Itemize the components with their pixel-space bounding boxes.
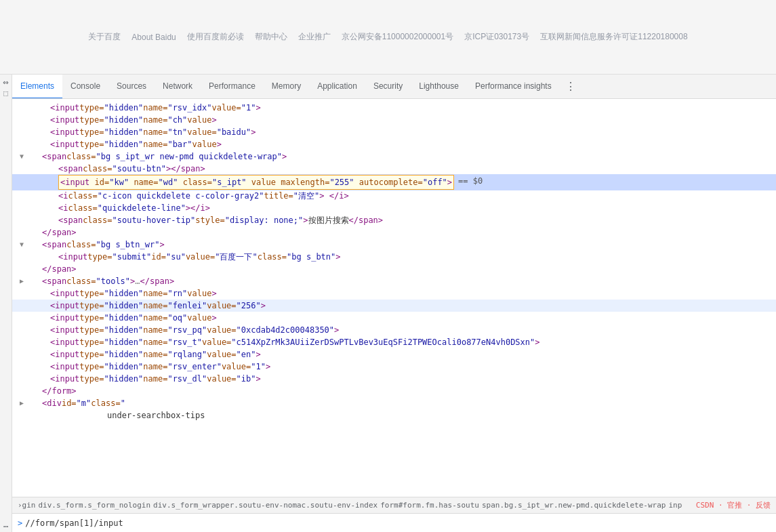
collapse-arrow-icon[interactable] [18,397,26,409]
code-line: <div id="m" class=" [12,397,776,409]
breadcrumb-item[interactable]: div.s_form.s_form_nologin [39,501,151,510]
code-line: <span class="soutu-btn"></span> [12,163,776,175]
code-line: <input type="hidden" name="oq" value> [12,312,776,324]
tab-lighthouse[interactable]: Lighthouse [411,75,467,99]
devtools-toggle-btn[interactable]: ⇔ [1,77,11,87]
breadcrumb-trail: ›gin div.s_form.s_form_nologin div.s_for… [18,501,696,510]
console-prompt-icon: > [18,518,22,528]
expand-arrow-icon[interactable] [18,239,26,251]
tab-console[interactable]: Console [62,75,108,99]
code-line: <input type="hidden" name="fenlei" value… [12,300,776,312]
footer-link-news-license: 互联网新闻信息服务许可证11220180008 [540,31,687,43]
devtools-tab-bar: Elements Console Sources Network Perform… [0,75,776,99]
code-line: <input type="hidden" name="ch" value> [12,114,776,126]
tab-security[interactable]: Security [365,75,411,99]
code-line: <input type="hidden" name="rqlang" value… [12,348,776,361]
devtools-breadcrumb-bar: ›gin div.s_form.s_form_nologin div.s_for… [12,497,776,513]
footer-link-about-baidu[interactable]: 关于百度 [88,31,121,43]
code-line: <input type="hidden" name="rsv_idx" valu… [12,102,776,114]
footer-link-icp: 京ICP证030173号 [464,31,529,43]
tab-more-button[interactable]: ⋮ [560,75,581,99]
code-line: <input type="hidden" name="bar" value> [12,138,776,150]
code-line: <input type="hidden" name="rsv_enter" va… [12,361,776,373]
tab-elements[interactable]: Elements [12,75,62,99]
collapse-arrow-icon[interactable] [18,275,26,287]
code-line: <i class="quickdelete-line"></i> [12,202,776,214]
tab-application[interactable]: Application [309,75,365,99]
devtools-main-content: <input type="hidden" name="rsv_idx" valu… [12,99,776,497]
breadcrumb-item[interactable]: div.s_form_wrapper.soutu-env-nomac.soutu… [153,501,377,510]
code-line: </span> [12,226,776,239]
footer-link-help[interactable]: 帮助中心 [255,31,287,43]
tab-memory[interactable]: Memory [264,75,309,99]
code-line: <span class="tools"> … </span> [12,275,776,287]
breadcrumb-item[interactable]: ›gin [18,501,36,510]
code-line: <input type="hidden" name="tn" value="ba… [12,126,776,138]
footer-link-about-baidu-en[interactable]: About Baidu [131,33,176,42]
baidu-page-footer: 关于百度 About Baidu 使用百度前必读 帮助中心 企业推广 京公网安备… [0,0,776,75]
code-line: under-searchbox-tips [12,409,776,422]
expand-arrow-icon[interactable] [18,150,26,163]
csdn-branding: CSDN · 官推 · 反馈 [696,500,771,510]
tab-sources[interactable]: Sources [108,75,155,99]
breadcrumb-item[interactable]: span.bg.s_ipt_wr.new-pmd.quickdelete-wra… [482,501,666,510]
code-line: <span class="bg s_ipt_wr new-pmd quickde… [12,150,776,163]
tab-performance[interactable]: Performance [201,75,264,99]
devtools-console-input-bar: > [12,513,776,532]
code-line: </span> [12,263,776,275]
footer-link-gongan: 京公网安备11000002000001号 [342,31,453,43]
devtools-status-right: CSDN · 官推 · 反馈 [696,500,771,510]
devtools-panel: ⇔ ⬚ … Elements Console Sources Network P… [0,75,776,532]
footer-link-enterprise[interactable]: 企业推广 [298,31,331,43]
devtools-overflow-btn[interactable]: … [1,520,11,529]
elements-code-view[interactable]: <input type="hidden" name="rsv_idx" valu… [12,99,776,497]
footer-link-terms[interactable]: 使用百度前必读 [187,31,244,43]
code-line: <input type="hidden" name="rsv_dl" value… [12,373,776,385]
code-line: <i class="c-icon quickdelete c-color-gra… [12,190,776,202]
breadcrumb-item-last[interactable]: inp [668,501,682,510]
tab-network[interactable]: Network [155,75,201,99]
code-line: <input type="hidden" name="rn" value> [12,287,776,300]
code-line: <span class="soutu-hover-tip" style="dis… [12,214,776,226]
code-line: </form> [12,385,776,397]
code-line-selected[interactable]: <input id="kw" name="wd" class="s_ipt" v… [12,175,776,190]
console-input-field[interactable] [25,518,771,528]
code-line: <input type="hidden" name="rsv_t" value=… [12,336,776,348]
code-line: <input type="submit" id="su" value="百度一下… [12,251,776,263]
code-line: <span class="bg s_btn_wr"> [12,239,776,251]
code-line: <input type="hidden" name="rsv_pq" value… [12,324,776,336]
breadcrumb-item[interactable]: form#form.fm.has-soutu [380,501,479,510]
devtools-inspect-btn[interactable]: ⬚ [1,88,11,98]
tab-performance-insights[interactable]: Performance insights [467,75,560,99]
devtools-left-bar: ⇔ ⬚ … [0,75,12,532]
